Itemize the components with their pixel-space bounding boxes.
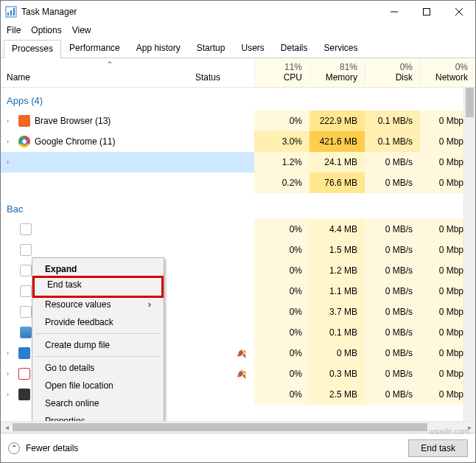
generic-app-icon [20, 285, 32, 297]
group-apps: Apps (4) [1, 88, 475, 111]
menubar: File Options View [1, 23, 475, 38]
table-row[interactable]: 0.2% 76.6 MB 0 MB/s 0 Mbps [1, 173, 475, 193]
chrome-icon [18, 136, 30, 147]
table-row[interactable]: 0%4.4 MB0 MB/s0 Mbps [1, 219, 475, 240]
highlight-end-task: End task [32, 276, 164, 298]
process-name: Google Chrome (11) [35, 136, 115, 147]
vertical-scrollbar[interactable] [463, 88, 475, 421]
generic-app-icon [20, 223, 32, 235]
svg-rect-5 [424, 9, 430, 15]
fod-icon [20, 327, 32, 338]
films-tv-icon [18, 368, 30, 380]
col-network[interactable]: 0%Network [420, 58, 475, 87]
chevron-right-icon[interactable]: › [7, 117, 14, 125]
fewer-details-label[interactable]: Fewer details [26, 443, 78, 453]
col-disk[interactable]: 0%Disk [365, 58, 420, 87]
menu-view[interactable]: View [72, 25, 91, 35]
col-memory[interactable]: 81%Memory [309, 58, 365, 87]
ctx-search-online[interactable]: Search online [35, 394, 161, 412]
process-name: Brave Browser (13) [35, 116, 111, 126]
tabs: Processes Performance App history Startu… [1, 38, 475, 58]
chevron-right-icon[interactable]: › [7, 159, 14, 166]
process-list: Apps (4) ›Brave Browser (13) 0% 222.9 MB… [1, 88, 475, 421]
maximize-button[interactable] [410, 1, 443, 23]
svg-rect-1 [7, 13, 9, 15]
generic-app-icon [20, 244, 32, 256]
ctx-resource-values[interactable]: Resource values› [35, 296, 161, 313]
app-icon [5, 6, 17, 18]
chevron-right-icon[interactable]: › [7, 349, 14, 357]
generic-app-icon [20, 306, 32, 318]
table-row-selected[interactable]: › 1.2% 24.1 MB 0 MB/s 0 Mbps [1, 152, 475, 173]
generic-app-icon [20, 265, 32, 276]
separator [36, 356, 160, 357]
ctx-end-task[interactable]: End task [47, 279, 82, 290]
minimize-button[interactable] [378, 1, 410, 23]
col-name[interactable]: Name ⌃ [1, 58, 195, 87]
chevron-right-icon[interactable]: › [7, 370, 14, 377]
leaf-icon: 🍂 [237, 369, 247, 378]
titlebar: Task Manager [1, 1, 475, 23]
menu-file[interactable]: File [7, 25, 21, 35]
menu-options[interactable]: Options [31, 25, 61, 35]
tab-processes[interactable]: Processes [4, 40, 61, 58]
watermark: wsxdn.com [429, 427, 469, 436]
svg-rect-2 [10, 10, 12, 15]
leaf-icon: 🍂 [237, 349, 247, 358]
ctx-properties[interactable]: Properties [35, 412, 161, 421]
ctx-go-to-details[interactable]: Go to details [35, 359, 161, 377]
context-menu: Expand End task Resource values› Provide… [32, 257, 164, 421]
end-task-button[interactable]: End task [408, 439, 468, 457]
sort-caret-icon: ⌃ [30, 58, 189, 70]
tab-app-history[interactable]: App history [128, 39, 189, 58]
svg-rect-3 [13, 8, 15, 15]
ctx-provide-feedback[interactable]: Provide feedback [35, 313, 161, 331]
gaming-services-icon [18, 389, 30, 400]
group-background: Bac [1, 193, 475, 219]
chevron-right-icon[interactable]: › [7, 138, 14, 145]
chevron-right-icon[interactable]: › [7, 391, 14, 398]
tab-services[interactable]: Services [316, 39, 366, 58]
feeds-icon [18, 347, 30, 359]
tab-performance[interactable]: Performance [61, 39, 128, 58]
task-manager-window: Task Manager File Options View Processes… [0, 0, 476, 463]
fewer-details-toggle-icon[interactable]: ⌃ [8, 442, 20, 454]
footer: ⌃ Fewer details End task [1, 433, 475, 462]
close-button[interactable] [443, 1, 475, 23]
brave-icon [18, 115, 30, 127]
col-cpu[interactable]: 11%CPU [254, 58, 309, 87]
hscrollbar-thumb[interactable] [13, 423, 427, 431]
tab-startup[interactable]: Startup [189, 39, 234, 58]
tab-users[interactable]: Users [233, 39, 272, 58]
window-title: Task Manager [21, 7, 378, 17]
ctx-create-dump[interactable]: Create dump file [35, 336, 161, 354]
table-row[interactable]: ›Brave Browser (13) 0% 222.9 MB 0.1 MB/s… [1, 111, 475, 131]
horizontal-scrollbar[interactable]: ◂ ▸ [1, 421, 475, 433]
ctx-open-location[interactable]: Open file location [35, 377, 161, 394]
col-status[interactable]: Status [195, 58, 254, 87]
chevron-right-icon: › [148, 299, 151, 310]
scrollbar-thumb[interactable] [466, 88, 474, 117]
scroll-left-icon[interactable]: ◂ [1, 422, 13, 433]
table-row[interactable]: ›Google Chrome (11) 3.0% 421.6 MB 0.1 MB… [1, 131, 475, 152]
column-headers: Name ⌃ Status 11%CPU 81%Memory 0%Disk 0%… [1, 58, 475, 88]
separator [36, 333, 160, 334]
tab-details[interactable]: Details [273, 39, 316, 58]
